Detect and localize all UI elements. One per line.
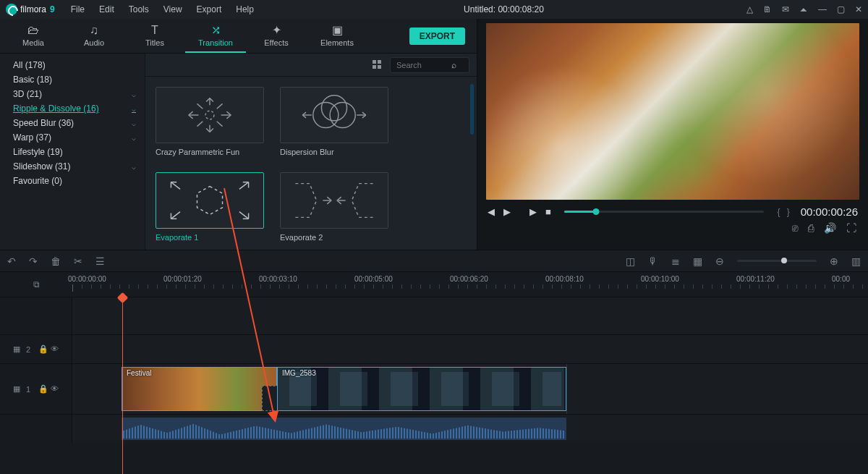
track-head-2[interactable]: ▦ 2 🔒 👁 [0,335,72,363]
mixer-icon[interactable]: ≣ [671,255,680,267]
sidebar-item-slideshow[interactable]: Slideshow (31)⌵ [0,159,145,174]
mail-icon[interactable]: ✉ [782,4,789,14]
playback-controls: ◀ ▶ ▶ ■ { } 00:00:00:26 [483,203,862,221]
snapshot-icon[interactable]: ⎙ [808,222,814,234]
zoom-fit-icon[interactable]: ▥ [851,255,861,267]
quality-icon[interactable]: ⎚ [792,222,798,234]
clip-festival[interactable]: Festival [122,367,277,411]
video-lane-1[interactable]: Festival IMG_2583 [72,364,868,414]
grid-view-icon[interactable] [373,60,383,70]
thumb-label: Evaporate 1 [156,233,264,242]
thumb-label: Evaporate 2 [280,233,388,242]
adjust-icon[interactable]: ☰ [95,255,105,267]
play-icon[interactable]: ▶ [503,206,511,217]
tab-transition[interactable]: ⤮Transition [185,19,246,53]
sidebar-item-lifestyle[interactable]: Lifestyle (19) [0,145,145,159]
marker-icon[interactable]: ◫ [626,255,635,267]
thumb-label: Dispersion Blur [280,148,388,156]
record-voice-icon[interactable]: 🎙 [648,255,658,267]
tab-media[interactable]: 🗁Media [3,19,64,53]
thumb-evaporate-2[interactable]: Evaporate 2 [280,172,388,242]
timeline-toolbar: ↶ ↷ 🗑 ✂ ☰ ◫ 🎙 ≣ ▦ ⊖ ⊕ ▥ [0,250,868,272]
search-icon[interactable]: ⌕ [451,60,456,70]
seek-bar[interactable] [564,211,765,213]
menu-view[interactable]: View [156,4,190,14]
save-icon[interactable]: 🗎 [763,4,772,14]
menu-edit[interactable]: Edit [92,4,122,14]
timeline: ⧉ 00:00:00:0000:00:01:2000:00:03:1000:00… [0,272,868,474]
playhead[interactable] [122,295,123,474]
sidebar-item-3d[interactable]: 3D (21)⌵ [0,87,145,101]
zoom-slider[interactable] [737,260,817,262]
grid-scrollbar[interactable] [470,84,474,135]
tab-titles[interactable]: TTitles [124,19,185,53]
mic-icon[interactable]: ⏶ [799,4,808,14]
menu-tools[interactable]: Tools [122,4,156,14]
audio-lane[interactable] [72,415,868,443]
stop-icon[interactable]: ■ [545,206,551,217]
app-name: filmora [20,4,46,14]
library-panel: 🗁Media ♫Audio TTitles ⤮Transition ✦Effec… [0,19,477,250]
preview-viewport[interactable] [486,23,859,200]
tab-effects[interactable]: ✦Effects [246,19,307,53]
text-icon: T [151,24,158,37]
chevron-down-icon: ⌵ [132,163,136,171]
thumbnail-grid: Crazy Parammetric Fun Dispersion Blur Ev… [145,77,477,250]
account-icon[interactable]: △ [746,4,753,14]
search-field[interactable]: ⌕ [390,57,469,73]
sidebar-item-speed-blur[interactable]: Speed Blur (36)⌵ [0,116,145,130]
fullscreen-icon[interactable]: ⛶ [846,222,856,234]
close-icon[interactable]: ✕ [855,4,862,14]
thumb-dispersion-blur[interactable]: Dispersion Blur [280,87,388,156]
svg-point-1 [313,102,339,127]
effects-icon: ✦ [272,23,281,37]
delete-icon[interactable]: 🗑 [51,255,61,267]
clip-img[interactable]: IMG_2583 [277,367,566,411]
track-head-1[interactable]: ▦ 1 🔒 👁 [0,364,72,414]
svg-point-2 [330,102,355,127]
library-tabs: 🗁Media ♫Audio TTitles ⤮Transition ✦Effec… [0,19,477,54]
chevron-down-icon: ⌵ [132,105,136,113]
folder-icon: 🗁 [27,24,39,37]
search-input[interactable] [396,61,451,69]
time-ruler[interactable]: 00:00:00:0000:00:01:2000:00:03:1000:00:0… [72,272,868,297]
music-icon: ♫ [90,24,98,37]
document-title: Untitled: 00:00:08:20 [261,4,746,14]
render-icon[interactable]: ▦ [693,255,702,267]
chevron-down-icon: ⌵ [132,134,136,142]
thumb-evaporate-1[interactable]: Evaporate 1 [156,172,264,242]
thumbnail-grid-area: ⌕ Crazy Parammetric Fun Dispersion Blur [145,54,477,250]
tab-elements[interactable]: ▣Elements [307,19,367,53]
zoom-in-icon[interactable]: ⊕ [830,255,838,267]
mark-in-out-icon[interactable]: { } [777,207,791,217]
maximize-icon[interactable]: ▢ [837,4,845,14]
logo-icon [6,4,17,15]
menu-help[interactable]: Help [229,4,261,14]
play-preview-icon[interactable]: ▶ [529,206,537,217]
chevron-down-icon: ⌵ [132,119,136,127]
undo-icon[interactable]: ↶ [7,255,16,267]
step-back-icon[interactable]: ◀ [488,206,495,217]
split-icon[interactable]: ✂ [74,255,82,267]
video-track-1: ▦ 1 🔒 👁 Festival IMG_2583 [0,363,868,414]
zoom-out-icon[interactable]: ⊖ [715,255,724,267]
sidebar-item-ripple-dissolve[interactable]: Ripple & Dissolve (16)⌵ [0,101,145,116]
redo-icon[interactable]: ↷ [29,255,38,267]
manage-tracks-button[interactable]: ⧉ [0,272,72,297]
sidebar-item-warp[interactable]: Warp (37)⌵ [0,130,145,145]
thumb-label: Crazy Parammetric Fun [156,148,264,156]
menu-export[interactable]: Export [190,4,229,14]
category-sidebar: All (178) Basic (18) 3D (21)⌵ Ripple & D… [0,54,145,250]
menu-file[interactable]: File [64,4,92,14]
volume-icon[interactable]: 🔊 [824,222,836,234]
preview-panel: ◀ ▶ ▶ ■ { } 00:00:00:26 ⎚ ⎙ 🔊 ⛶ [477,19,868,250]
audio-clip[interactable] [122,418,566,440]
tab-audio[interactable]: ♫Audio [64,19,124,53]
sidebar-item-all[interactable]: All (178) [0,58,145,72]
upper-panels: 🗁Media ♫Audio TTitles ⤮Transition ✦Effec… [0,19,868,250]
sidebar-item-basic[interactable]: Basic (18) [0,72,145,87]
thumb-crazy-parametric[interactable]: Crazy Parammetric Fun [156,87,264,156]
minimize-icon[interactable]: — [818,4,827,14]
sidebar-item-favourite[interactable]: Favourite (0) [0,174,145,188]
export-button[interactable]: EXPORT [409,27,465,45]
